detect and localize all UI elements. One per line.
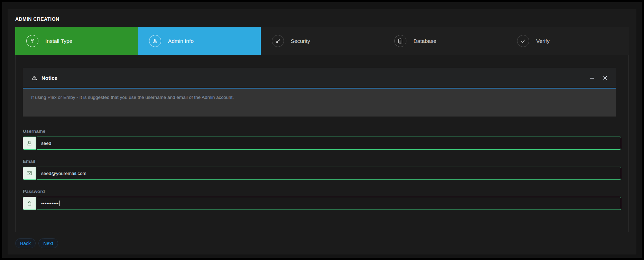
email-field: Email — [23, 159, 621, 180]
envelope-icon — [23, 167, 36, 180]
person-icon — [23, 137, 36, 150]
tab-admin-info[interactable]: Admin Info — [138, 27, 261, 55]
username-input-group — [23, 137, 621, 150]
tab-label: Security — [291, 38, 310, 44]
tab-label: Install Type — [45, 38, 72, 44]
tab-database[interactable]: Database — [383, 27, 506, 55]
tab-label: Verify — [536, 38, 550, 44]
lock-icon — [23, 197, 36, 210]
username-input[interactable] — [37, 137, 621, 150]
wizard-step-tabs: Install Type Admin Info Security — [15, 27, 629, 55]
admin-creation-panel: ADMIN CREATION Install Type Admin Info — [8, 9, 636, 254]
tab-label: Admin Info — [168, 38, 194, 44]
minus-icon[interactable] — [589, 75, 595, 81]
password-label: Password — [23, 189, 621, 194]
check-icon — [517, 35, 529, 47]
close-icon[interactable] — [602, 75, 608, 81]
signpost-icon — [26, 35, 38, 47]
username-field: Username — [23, 129, 621, 150]
text-caret — [59, 201, 60, 206]
tab-install-type[interactable]: Install Type — [15, 27, 138, 55]
warning-icon — [31, 75, 37, 81]
database-icon — [394, 35, 406, 47]
email-input[interactable] — [37, 167, 621, 180]
notice-text: If using Plex or Emby - It is suggested … — [31, 95, 608, 100]
admin-info-form-panel: Notice — [15, 55, 629, 232]
notice-panel: Notice — [23, 68, 616, 117]
person-icon — [149, 35, 161, 47]
tab-verify[interactable]: Verify — [506, 27, 629, 55]
key-icon — [272, 35, 284, 47]
email-input-group — [23, 167, 621, 180]
notice-header: Notice — [23, 68, 616, 89]
password-field: Password •••••••••• — [23, 189, 621, 210]
notice-title: Notice — [42, 75, 57, 81]
page-title: ADMIN CREATION — [15, 16, 629, 22]
password-input[interactable]: •••••••••• — [37, 197, 621, 210]
username-label: Username — [23, 129, 621, 134]
setup-wizard-window: ADMIN CREATION Install Type Admin Info — [0, 0, 644, 260]
back-button[interactable]: Back — [15, 238, 36, 248]
tab-label: Database — [413, 38, 436, 44]
next-button[interactable]: Next — [38, 238, 58, 248]
tab-security[interactable]: Security — [261, 27, 384, 55]
wizard-actions: Back Next — [15, 238, 629, 248]
password-input-group: •••••••••• — [23, 197, 621, 210]
notice-body: If using Plex or Emby - It is suggested … — [23, 89, 616, 117]
email-label: Email — [23, 159, 621, 164]
password-masked-value: •••••••••• — [41, 201, 59, 206]
notice-controls — [589, 75, 608, 81]
